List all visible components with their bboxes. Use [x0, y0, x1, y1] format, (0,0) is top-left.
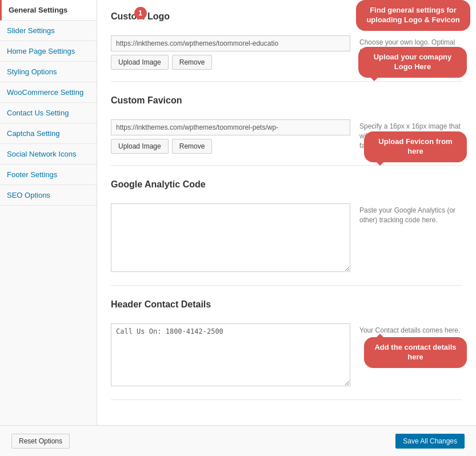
section-badge-custom-logo: 1 [134, 7, 147, 19]
content-area: Find general settings for uploading Logo… [97, 0, 476, 425]
sidebar-item-general-settings[interactable]: General Settings [0, 0, 97, 21]
field-row-google-analytic: Paste your Google Analytics (or other) t… [111, 203, 462, 274]
sections-container: 1Custom LogoUpload ImageRemoveChoose you… [111, 11, 462, 400]
section-header-contact: Header Contact DetailsYour Contact detai… [111, 299, 462, 400]
btn-group-custom-favicon: Upload ImageRemove [111, 139, 350, 154]
section-google-analytic: Google Analytic CodePaste your Google An… [111, 179, 462, 286]
field-row-custom-logo: Upload ImageRemoveChoose your own logo. … [111, 35, 462, 70]
input-area-custom-logo: Upload ImageRemove [111, 35, 350, 70]
section-custom-logo: 1Custom LogoUpload ImageRemoveChoose you… [111, 11, 462, 82]
input-area-google-analytic [111, 203, 350, 274]
upload-btn-custom-favicon[interactable]: Upload Image [111, 139, 169, 154]
upload-btn-custom-logo[interactable]: Upload Image [111, 55, 169, 70]
sidebar-item-woocommerce-setting[interactable]: WooCommerce Setting [0, 82, 97, 103]
textarea-google-analytic[interactable] [111, 203, 350, 272]
btn-group-custom-logo: Upload ImageRemove [111, 55, 350, 70]
section-title-custom-favicon: Custom Favicon [111, 95, 182, 106]
remove-btn-custom-logo[interactable]: Remove [172, 55, 213, 70]
footer-bar: Reset Options Save All Changes [0, 425, 476, 456]
section-custom-favicon: Custom FaviconUpload ImageRemoveSpecify … [111, 95, 462, 166]
url-input-custom-favicon[interactable] [111, 119, 350, 135]
sidebar-item-footer-settings[interactable]: Footer Settings [0, 165, 97, 185]
sidebar-item-home-page-settings[interactable]: Home Page Settings [0, 41, 97, 62]
sidebar-item-styling-options[interactable]: Styling Options [0, 62, 97, 82]
field-row-header-contact: Your Contact details comes here. [111, 323, 462, 388]
input-area-custom-favicon: Upload ImageRemove [111, 119, 350, 154]
save-button[interactable]: Save All Changes [395, 434, 465, 449]
input-area-header-contact [111, 323, 350, 388]
url-input-custom-logo[interactable] [111, 35, 350, 51]
sidebar-item-slider-settings[interactable]: Slider Settings [0, 21, 97, 41]
sidebar-item-captcha-setting[interactable]: Captcha Setting [0, 123, 97, 144]
field-row-custom-favicon: Upload ImageRemoveSpecify a 16px x 16px … [111, 119, 462, 154]
field-desc-custom-favicon: Specify a 16px x 16px image that will re… [359, 119, 462, 150]
remove-btn-custom-favicon[interactable]: Remove [172, 139, 213, 154]
field-desc-custom-logo: Choose your own logo. Optimal Size: 170p… [359, 35, 462, 57]
main-area: General SettingsSlider SettingsHome Page… [0, 0, 476, 425]
field-desc-google-analytic: Paste your Google Analytics (or other) t… [359, 203, 462, 225]
textarea-header-contact[interactable] [111, 323, 350, 386]
page-wrapper: General SettingsSlider SettingsHome Page… [0, 0, 476, 456]
reset-button[interactable]: Reset Options [11, 434, 70, 449]
sidebar-item-contact-us-setting[interactable]: Contact Us Setting [0, 103, 97, 123]
sidebar-item-seo-options[interactable]: SEO Options [0, 185, 97, 206]
section-title-header-contact: Header Contact Details [111, 299, 211, 310]
sidebar: General SettingsSlider SettingsHome Page… [0, 0, 97, 425]
section-title-google-analytic: Google Analytic Code [111, 179, 206, 190]
sidebar-item-social-network-icons[interactable]: Social Network Icons [0, 144, 97, 165]
field-desc-header-contact: Your Contact details comes here. [359, 323, 462, 335]
